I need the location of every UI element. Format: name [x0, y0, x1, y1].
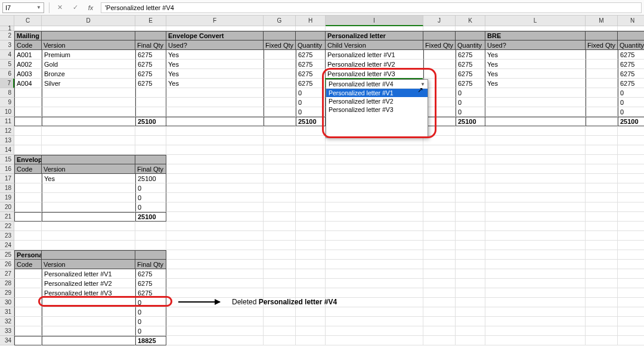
col-header-M[interactable]: M [586, 15, 618, 26]
cell-C5[interactable]: A002 [14, 60, 42, 69]
cell-I19[interactable] [326, 193, 423, 202]
cell-F28[interactable] [166, 279, 264, 288]
cell-F19[interactable] [166, 193, 264, 202]
cell-H18[interactable] [296, 183, 326, 193]
cell-C27[interactable] [14, 269, 42, 279]
cell-M26[interactable] [586, 260, 618, 269]
cell-C6[interactable]: A003 [14, 69, 42, 79]
cell-M28[interactable] [586, 279, 618, 288]
cell-G3[interactable]: Fixed Qty [264, 40, 296, 50]
cell-J15[interactable] [423, 155, 456, 164]
cell-I2[interactable]: Personalized letter [326, 31, 423, 40]
cell-K12[interactable] [456, 126, 485, 136]
cell-D7[interactable]: Silver [42, 79, 135, 88]
cell-D14[interactable] [42, 145, 135, 155]
cell-I28[interactable] [326, 279, 423, 288]
cell-E23[interactable] [135, 231, 166, 241]
cell-G21[interactable] [264, 212, 296, 222]
cell-I26[interactable] [326, 260, 423, 269]
cell-G32[interactable] [264, 317, 296, 326]
cell-C17[interactable] [14, 174, 42, 183]
cell-E18[interactable]: 0 [135, 183, 166, 193]
cell-J31[interactable] [423, 307, 456, 317]
cell-I16[interactable] [326, 164, 423, 174]
cell-F21[interactable] [166, 212, 264, 222]
cell-J10[interactable] [423, 107, 456, 117]
cell-F25[interactable] [166, 250, 264, 260]
row-header-5[interactable]: 5 [0, 60, 14, 69]
col-header-K[interactable]: K [456, 15, 485, 26]
cell-E13[interactable] [135, 136, 166, 145]
data-validation-dropdown[interactable]: Personalized letter #V4 ▼ Personalized l… [326, 79, 428, 138]
cell-G31[interactable] [264, 307, 296, 317]
cell-J9[interactable] [423, 98, 456, 107]
cell-N20[interactable] [618, 202, 644, 212]
cell-M15[interactable] [586, 155, 618, 164]
cell-K29[interactable] [456, 288, 485, 298]
row-header-18[interactable]: 18 [0, 183, 14, 193]
cell-M4[interactable] [586, 50, 618, 60]
cell-C11[interactable] [14, 117, 42, 126]
cell-L18[interactable] [485, 183, 586, 193]
cell-G25[interactable] [264, 250, 296, 260]
row-header-15[interactable]: 15 [0, 155, 14, 164]
cell-D17[interactable]: Yes [42, 174, 135, 183]
cell-J25[interactable] [423, 250, 456, 260]
cell-H20[interactable] [296, 202, 326, 212]
row-header-23[interactable]: 23 [0, 231, 14, 241]
cell-G22[interactable] [264, 222, 296, 231]
dropdown-option[interactable]: Personalized letter #V3 [326, 105, 428, 114]
cell-L26[interactable] [485, 260, 586, 269]
cell-E28[interactable]: 6275 [135, 279, 166, 288]
cell-G15[interactable] [264, 155, 296, 164]
cell-E21[interactable]: 25100 [135, 212, 166, 222]
cell-E22[interactable] [135, 222, 166, 231]
cell-C18[interactable] [14, 183, 42, 193]
cell-N3[interactable]: Quantity [618, 40, 644, 50]
cell-J21[interactable] [423, 212, 456, 222]
cell-K7[interactable]: 6275 [456, 79, 485, 88]
cell-E8[interactable] [135, 88, 166, 98]
row-header-3[interactable]: 3 [0, 40, 14, 50]
cell-D11[interactable] [42, 117, 135, 126]
cell-E2[interactable] [135, 31, 166, 40]
cell-N10[interactable]: 0 [618, 107, 644, 117]
cell-L16[interactable] [485, 164, 586, 174]
col-header-D[interactable]: D [42, 15, 135, 26]
cell-H8[interactable]: 0 [296, 88, 326, 98]
cell-J13[interactable] [423, 136, 456, 145]
cell-K13[interactable] [456, 136, 485, 145]
cell-I18[interactable] [326, 183, 423, 193]
cell-H33[interactable] [296, 326, 326, 336]
cell-M29[interactable] [586, 288, 618, 298]
cell-D28[interactable]: Personalized letter #V2 [42, 279, 135, 288]
cell-L4[interactable]: Yes [485, 50, 586, 60]
cell-N9[interactable]: 0 [618, 98, 644, 107]
cell-H14[interactable] [296, 145, 326, 155]
cell-E10[interactable] [135, 107, 166, 117]
cell-L15[interactable] [485, 155, 586, 164]
cell-M14[interactable] [586, 145, 618, 155]
cell-N13[interactable] [618, 136, 644, 145]
col-header-F[interactable]: F [166, 15, 264, 26]
cell-L6[interactable]: Yes [485, 69, 586, 79]
cell-G23[interactable] [264, 231, 296, 241]
cell-M18[interactable] [586, 183, 618, 193]
cell-J19[interactable] [423, 193, 456, 202]
cell-H3[interactable]: Quantity [296, 40, 326, 50]
name-box-dropdown-icon[interactable]: ▼ [36, 5, 41, 10]
cell-M25[interactable] [586, 250, 618, 260]
cell-N6[interactable]: 6275 [618, 69, 644, 79]
cell-H34[interactable] [296, 336, 326, 345]
cell-H32[interactable] [296, 317, 326, 326]
cell-E27[interactable]: 6275 [135, 269, 166, 279]
cell-E29[interactable]: 6275 [135, 288, 166, 298]
cell-L30[interactable] [485, 298, 586, 307]
cell-F22[interactable] [166, 222, 264, 231]
cell-D13[interactable] [42, 136, 135, 145]
cell-I14[interactable] [326, 145, 423, 155]
cell-F4[interactable]: Yes [166, 50, 264, 60]
cell-N23[interactable] [618, 231, 644, 241]
cell-F24[interactable] [166, 241, 264, 250]
cell-K20[interactable] [456, 202, 485, 212]
